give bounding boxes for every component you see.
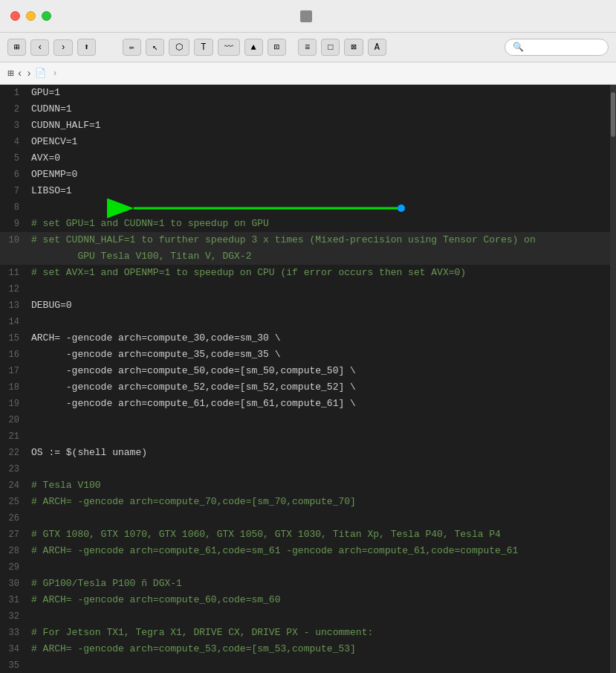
fwd-nav[interactable]: › — [26, 68, 32, 80]
maximize-button[interactable] — [42, 11, 51, 21]
code-line: 9# set GPU=1 and CUDNN=1 to speedup on G… — [0, 216, 616, 232]
code-line: 6OPENMP=0 — [0, 167, 616, 183]
code-line: 18 -gencode arch=compute_52,code=[sm_52,… — [0, 379, 616, 396]
breadcrumb: ⊞ ‹ › 📄 › — [7, 67, 60, 80]
share-btn[interactable]: ⬆ — [77, 39, 96, 56]
code-line: 17 -gencode arch=compute_50,code=[sm_50,… — [0, 363, 616, 379]
search-icon: 🔍 — [513, 42, 524, 53]
code-line: 8 — [0, 199, 616, 216]
code-line: 7LIBSO=1 — [0, 183, 616, 199]
code-line: 24# Tesla V100 — [0, 477, 616, 494]
code-editor[interactable]: 1GPU=12CUDNN=13CUDNN_HALF=14OPENCV=15AVX… — [0, 85, 616, 673]
title-bar — [0, 0, 616, 33]
crop-btn[interactable]: ⊡ — [268, 39, 286, 56]
code-line: 16 -gencode arch=compute_35,code=sm_35 \ — [0, 347, 616, 363]
font-btn[interactable]: A — [368, 39, 386, 56]
code-line: GPU Tesla V100, Titan V, DGX-2 — [0, 248, 616, 265]
search-bar[interactable]: 🔍 — [505, 39, 609, 56]
code-line: 5AVX=0 — [0, 150, 616, 167]
pencil-btn[interactable]: ✏️ — [123, 39, 141, 56]
traffic-lights — [0, 11, 51, 21]
grid-icon: ⊞ — [7, 67, 13, 80]
edit-tools: ✏️ ↖ ⬡ T 〰 ▲ ⊡ — [123, 39, 286, 56]
file-icon-nav: 📄 — [35, 68, 46, 79]
code-line: 35 — [0, 657, 616, 673]
code-line: 12 — [0, 281, 616, 297]
window-title — [300, 10, 317, 22]
breadcrumb-sep: › — [52, 68, 57, 79]
code-line: 3CUDNN_HALF=1 — [0, 117, 616, 134]
code-line: 19 -gencode arch=compute_61,code=[sm_61,… — [0, 396, 616, 412]
color-btn[interactable]: ⊠ — [344, 39, 363, 56]
code-line: 28# ARCH= -gencode arch=compute_61,code=… — [0, 543, 616, 559]
code-line: 2CUDNN=1 — [0, 101, 616, 117]
code-line: 30# GP100/Tesla P100 ñ DGX-1 — [0, 576, 616, 592]
code-line: 23 — [0, 461, 616, 477]
text-btn[interactable]: T — [194, 39, 213, 56]
code-line: 1GPU=1 — [0, 85, 616, 101]
box-btn[interactable]: □ — [321, 39, 340, 56]
code-line: 15ARCH= -gencode arch=compute_30,code=sm… — [0, 330, 616, 347]
close-button[interactable] — [10, 11, 20, 21]
align-btn[interactable]: ≡ — [298, 39, 317, 56]
code-line: 31# ARCH= -gencode arch=compute_60,code=… — [0, 592, 616, 608]
code-line: 32 — [0, 608, 616, 625]
scrollbar[interactable] — [610, 85, 616, 673]
minimize-button[interactable] — [26, 11, 36, 21]
code-line: 33# For Jetson TX1, Tegra X1, DRIVE CX, … — [0, 625, 616, 641]
main-toolbar: ⊞ ‹ › ⬆ ✏️ ↖ ⬡ T 〰 ▲ ⊡ ≡ □ ⊠ A 🔍 — [0, 33, 616, 62]
code-line-block: 10# set CUDNN_HALF=1 to further speedup … — [0, 232, 616, 265]
cursor-btn[interactable]: ↖ — [146, 39, 164, 56]
code-line: 13DEBUG=0 — [0, 297, 616, 314]
scrollbar-thumb[interactable] — [611, 92, 615, 137]
code-line: 29 — [0, 559, 616, 576]
code-line: 4OPENCV=1 — [0, 134, 616, 150]
brush-btn[interactable]: 〰 — [218, 39, 240, 56]
code-line: 27# GTX 1080, GTX 1070, GTX 1060, GTX 10… — [0, 527, 616, 543]
nav-back-btn[interactable]: ‹ — [30, 39, 49, 56]
code-line: 11# set AVX=1 and OPENMP=1 to speedup on… — [0, 265, 616, 281]
fill-btn[interactable]: ▲ — [244, 39, 263, 56]
align-tools: ≡ □ ⊠ A — [298, 39, 386, 56]
code-line: 25# ARCH= -gencode arch=compute_70,code=… — [0, 494, 616, 510]
code-line: 26 — [0, 510, 616, 527]
code-line: 22OS := $(shell uname) — [0, 445, 616, 461]
code-line: 10# set CUDNN_HALF=1 to further speedup … — [0, 232, 616, 248]
nav-bar: ⊞ ‹ › 📄 › — [0, 62, 616, 85]
code-line: 21 — [0, 428, 616, 445]
nav-fwd-btn[interactable]: › — [54, 39, 72, 56]
code-line: 14 — [0, 314, 616, 330]
back-nav[interactable]: ‹ — [16, 68, 22, 80]
code-line: 20 — [0, 412, 616, 428]
code-line: 34# ARCH= -gencode arch=compute_53,code=… — [0, 641, 616, 657]
grid-view-btn[interactable]: ⊞ — [7, 39, 26, 56]
file-icon — [300, 10, 312, 22]
shape-btn[interactable]: ⬡ — [169, 39, 189, 56]
